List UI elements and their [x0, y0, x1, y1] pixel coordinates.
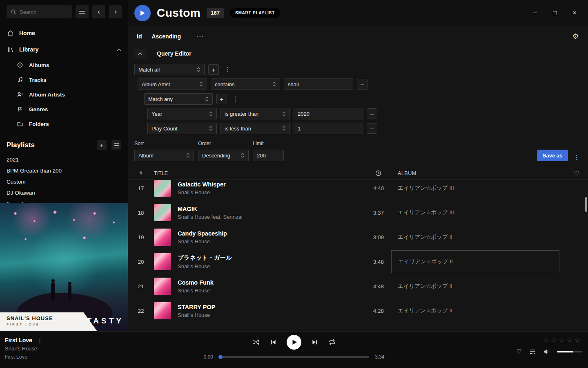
- star-icon[interactable]: ☆: [551, 336, 559, 344]
- star-icon[interactable]: ☆: [567, 336, 575, 344]
- track-album[interactable]: エイリアン☆ポップ III: [385, 209, 565, 216]
- now-playing-album[interactable]: First Love: [5, 354, 42, 360]
- now-playing-options-button[interactable]: ⋮: [37, 337, 42, 343]
- repeat-button[interactable]: [328, 339, 336, 346]
- rule-operator-select[interactable]: contains: [211, 79, 280, 90]
- rule-operator-select[interactable]: is greater than: [220, 108, 290, 119]
- playlist-item[interactable]: BPM Greater than 200: [0, 165, 128, 176]
- track-title[interactable]: プラネット・ガール: [178, 254, 232, 262]
- next-button[interactable]: [312, 339, 318, 346]
- playlist-list-button[interactable]: [111, 140, 121, 150]
- remove-rule-button[interactable]: −: [357, 79, 368, 90]
- favorite-button[interactable]: ♡: [517, 348, 522, 355]
- add-rule-button[interactable]: +: [216, 94, 227, 104]
- menu-button[interactable]: [76, 5, 89, 18]
- sidebar-item-genres[interactable]: Genres: [0, 102, 128, 117]
- track-artist[interactable]: Snail's House: [178, 287, 214, 294]
- remove-rule-button[interactable]: −: [367, 108, 377, 119]
- order-select[interactable]: Descending: [198, 150, 249, 161]
- track-artist[interactable]: Snail's House: [178, 312, 215, 318]
- sort-direction-button[interactable]: Ascending: [151, 33, 181, 40]
- search-box[interactable]: [7, 5, 72, 18]
- nested-match-mode-select[interactable]: Match any: [144, 93, 213, 105]
- now-playing-artwork[interactable]: SNAIL'S HOUSE FIRST LOVE TASTY: [0, 203, 128, 331]
- group-options-button[interactable]: ⋮: [231, 95, 240, 103]
- track-title[interactable]: Cosmo Funk: [178, 279, 214, 286]
- settings-gear-icon[interactable]: ⚙: [572, 32, 579, 41]
- now-playing-artist[interactable]: Snail's House: [5, 346, 42, 352]
- sort-select[interactable]: Album: [134, 150, 194, 161]
- close-button[interactable]: ×: [570, 9, 579, 18]
- sidebar-item-albums[interactable]: Albums: [0, 58, 128, 72]
- track-artist[interactable]: Snail's House: [178, 263, 232, 269]
- track-title[interactable]: Galactic Whisper: [178, 181, 226, 188]
- minimize-button[interactable]: −: [531, 9, 540, 18]
- table-row[interactable]: 19 Candy Spaceship Snail's House 3:09 エイ…: [128, 225, 588, 249]
- track-album[interactable]: エイリアン☆ポップ II: [385, 283, 565, 290]
- table-row[interactable]: 22 STARRY POP Snail's House 4:28 エイリアン☆ポ…: [128, 298, 588, 323]
- star-icon[interactable]: ☆: [559, 336, 566, 344]
- track-title[interactable]: MAGIK: [178, 206, 243, 212]
- forward-button[interactable]: ›: [109, 5, 122, 18]
- rule-field-select[interactable]: Year: [147, 108, 217, 119]
- now-playing-title[interactable]: First Love: [5, 337, 32, 343]
- seek-thumb[interactable]: [218, 355, 223, 359]
- seek-slider[interactable]: [219, 356, 369, 358]
- table-row[interactable]: 18 MAGIK Snail's House feat. Sennzai 3:3…: [128, 200, 588, 225]
- track-artist[interactable]: Snail's House: [178, 189, 226, 195]
- rule-value-input[interactable]: [294, 123, 363, 134]
- sidebar-item-library[interactable]: Library: [0, 41, 128, 58]
- sidebar-item-home[interactable]: Home: [0, 25, 128, 41]
- collapse-query-editor-button[interactable]: [134, 49, 146, 58]
- column-header-title[interactable]: TITLE: [154, 171, 353, 176]
- queue-button[interactable]: [529, 349, 536, 355]
- remove-rule-button[interactable]: −: [367, 123, 377, 134]
- column-header-number[interactable]: #: [128, 171, 154, 176]
- play-pause-button[interactable]: [287, 335, 301, 350]
- rule-field-select[interactable]: Play Count: [147, 123, 217, 134]
- album-cell-hover-outline[interactable]: エイリアン☆ポップ II: [391, 250, 559, 273]
- track-title[interactable]: STARRY POP: [178, 304, 215, 310]
- playlist-item[interactable]: Custom: [0, 176, 128, 187]
- rule-value-input[interactable]: [284, 79, 353, 90]
- rule-operator-select[interactable]: is less than: [220, 123, 290, 134]
- column-header-album[interactable]: ALBUM: [385, 171, 565, 176]
- track-artist[interactable]: Snail's House feat. Sennzai: [178, 214, 243, 220]
- sidebar-item-folders[interactable]: Folders: [0, 117, 128, 131]
- previous-button[interactable]: [270, 339, 276, 346]
- add-playlist-button[interactable]: +: [97, 140, 107, 150]
- more-options-button[interactable]: ⋯: [196, 32, 203, 41]
- volume-slider[interactable]: [557, 351, 582, 352]
- match-mode-select[interactable]: Match all: [134, 64, 205, 75]
- track-album[interactable]: エイリアン☆ポップ II: [385, 233, 565, 241]
- maximize-button[interactable]: [550, 9, 559, 18]
- save-options-button[interactable]: ⋮: [572, 154, 581, 161]
- back-button[interactable]: ‹: [92, 5, 105, 18]
- sidebar-item-tracks[interactable]: Tracks: [0, 72, 128, 87]
- table-row[interactable]: 21 Cosmo Funk Snail's House 4:48 エイリアン☆ポ…: [128, 274, 588, 298]
- track-artist[interactable]: Snail's House: [178, 238, 227, 245]
- search-input[interactable]: [20, 9, 65, 15]
- group-options-button[interactable]: ⋮: [223, 66, 232, 73]
- rating-stars[interactable]: ☆☆☆☆☆: [517, 336, 582, 344]
- column-header-favorite[interactable]: ♡: [565, 170, 588, 177]
- collapse-chevron-icon[interactable]: [117, 48, 121, 51]
- playlist-item[interactable]: DJ Okawari: [0, 187, 128, 198]
- track-album[interactable]: エイリアン☆ポップ III: [385, 184, 565, 192]
- limit-input[interactable]: [253, 150, 284, 161]
- sidebar-item-album-artists[interactable]: Album Artists: [0, 87, 128, 102]
- star-icon[interactable]: ☆: [575, 336, 582, 344]
- shuffle-button[interactable]: [252, 339, 260, 346]
- volume-button[interactable]: [543, 349, 550, 355]
- column-header-duration[interactable]: [353, 170, 385, 176]
- star-icon[interactable]: ☆: [543, 336, 551, 344]
- track-album[interactable]: エイリアン☆ポップ II: [385, 307, 565, 314]
- table-row[interactable]: 20 プラネット・ガール Snail's House 3:48 エイリアン☆ポッ…: [128, 249, 588, 274]
- track-title[interactable]: Candy Spaceship: [178, 230, 227, 237]
- play-playlist-button[interactable]: [134, 5, 151, 21]
- add-rule-button[interactable]: +: [208, 64, 219, 75]
- playlist-item[interactable]: 2021: [0, 154, 128, 165]
- track-album[interactable]: エイリアン☆ポップ II: [385, 250, 565, 273]
- rule-value-input[interactable]: [294, 108, 363, 119]
- rule-field-select[interactable]: Album Artist: [138, 79, 207, 90]
